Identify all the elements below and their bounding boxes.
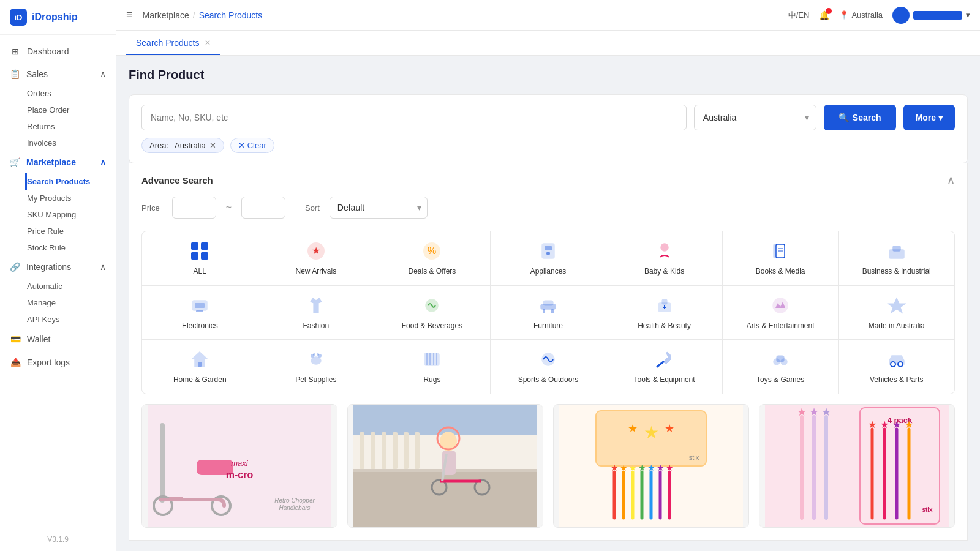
location-pin-icon: 📍 (839, 10, 849, 20)
svg-rect-1 (201, 242, 208, 250)
category-appliances[interactable]: Appliances (491, 231, 606, 285)
sidebar-item-export-logs[interactable]: 📤 Export logs (0, 351, 116, 374)
country-select[interactable]: Australia United States United Kingdom (694, 105, 816, 130)
user-menu[interactable]: ▾ (892, 7, 970, 24)
svg-marker-31 (888, 298, 905, 313)
clear-button[interactable]: ✕ Clear (230, 138, 274, 153)
sidebar-item-my-products[interactable]: My Products (0, 190, 116, 206)
category-arts-entertainment[interactable]: Arts & Entertainment (723, 286, 839, 340)
category-all[interactable]: ALL (142, 231, 258, 285)
svg-rect-51 (160, 423, 165, 503)
category-health-beauty[interactable]: Health & Beauty (606, 286, 722, 340)
svg-text:maxi: maxi (231, 459, 249, 468)
sort-select-wrapper: Default Price: Low to High Price: High t… (330, 197, 428, 219)
price-label: Price (141, 203, 160, 212)
category-toys-games[interactable]: Toys & Games (723, 340, 839, 394)
sidebar-item-stock-rule[interactable]: Stock Rule (0, 239, 116, 256)
pet-icon (305, 348, 327, 370)
search-button[interactable]: 🔍 Search (824, 105, 896, 130)
area-label: Area: (149, 141, 168, 150)
svg-text:★: ★ (657, 463, 665, 473)
svg-text:★: ★ (868, 419, 876, 430)
sidebar-item-dashboard[interactable]: ⊞ Dashboard (0, 40, 116, 63)
sidebar-item-manage[interactable]: Manage (0, 294, 116, 311)
category-made-in-australia[interactable]: Made in Australia (839, 286, 954, 340)
category-furniture[interactable]: Furniture (491, 286, 606, 340)
lang-switcher[interactable]: 中/EN (788, 10, 810, 21)
product-card-4[interactable]: ★ ★ ★ 4 pack (759, 404, 955, 528)
more-button[interactable]: More ▾ (903, 105, 955, 130)
svg-line-44 (657, 362, 663, 367)
sidebar-item-invoices[interactable]: Invoices (0, 135, 116, 151)
sidebar-item-integrations[interactable]: 🔗 Integrations ∧ (0, 256, 116, 278)
search-input[interactable] (141, 105, 687, 130)
product-card-3[interactable]: ★ ★ ★ ★ (553, 404, 749, 528)
sidebar-item-sku-mapping[interactable]: SKU Mapping (0, 206, 116, 223)
sidebar-item-wallet[interactable]: 💳 Wallet (0, 328, 116, 351)
product-card-1[interactable]: maxi m-cro Retro Chopper Handlebars (141, 404, 337, 528)
svg-text:★: ★ (665, 422, 674, 435)
category-home-garden[interactable]: Home & Garden (142, 340, 258, 394)
search-bar: Australia United States United Kingdom 🔍… (129, 94, 968, 163)
advance-toggle-icon[interactable]: ∧ (947, 173, 955, 187)
category-sports-outdoors[interactable]: Sports & Outdoors (491, 340, 606, 394)
svg-rect-27 (662, 299, 667, 304)
category-food-beverages[interactable]: Food & Beverages (374, 286, 490, 340)
price-max-input[interactable] (241, 197, 285, 219)
baby-kids-icon (654, 240, 676, 262)
category-label-fashion: Fashion (303, 321, 330, 331)
svg-text:Handlebars: Handlebars (279, 504, 310, 511)
logo-text: iDropship (32, 12, 78, 23)
export-icon: 📤 (10, 357, 21, 368)
svg-text:★: ★ (312, 246, 320, 256)
country-select-wrapper: Australia United States United Kingdom (694, 105, 816, 130)
category-business-industrial[interactable]: Business & Industrial (839, 231, 954, 285)
svg-text:★: ★ (638, 463, 646, 473)
category-label-electronics: Electronics (182, 321, 218, 331)
category-vehicles-parts[interactable]: Vehicles & Parts (839, 340, 954, 394)
category-label-furniture: Furniture (533, 321, 563, 331)
sidebar-item-returns[interactable]: Returns (0, 118, 116, 135)
category-electronics[interactable]: Electronics (142, 286, 258, 340)
category-fashion[interactable]: Fashion (258, 286, 374, 340)
category-rugs[interactable]: Rugs (374, 340, 490, 394)
sidebar-item-place-order[interactable]: Place Order (0, 102, 116, 118)
topbar: ≡ Marketplace / Search Products 中/EN 🔔 📍… (116, 0, 980, 31)
price-min-input[interactable] (172, 197, 216, 219)
business-icon (886, 240, 908, 262)
location-selector[interactable]: 📍 Australia (839, 10, 883, 20)
sidebar-nav: ⊞ Dashboard 📋 Sales ∧ Orders Place Order… (0, 35, 116, 528)
category-label-health: Health & Beauty (638, 321, 691, 331)
sidebar-item-price-rule[interactable]: Price Rule (0, 223, 116, 239)
svg-point-48 (891, 362, 895, 367)
tab-close-icon[interactable]: ✕ (205, 39, 211, 47)
category-books-media[interactable]: Books & Media (723, 231, 839, 285)
sidebar-item-api-keys[interactable]: API Keys (0, 311, 116, 328)
category-baby-kids[interactable]: Baby & Kids (606, 231, 722, 285)
sidebar-item-automatic[interactable]: Automatic (0, 278, 116, 294)
sort-select[interactable]: Default Price: Low to High Price: High t… (330, 197, 428, 219)
svg-point-36 (313, 353, 315, 356)
product-card-2[interactable] (347, 404, 543, 528)
sidebar-label-dashboard: Dashboard (27, 47, 69, 56)
svg-text:Retro Chopper: Retro Chopper (274, 497, 315, 504)
tab-search-products[interactable]: Search Products ✕ (126, 31, 221, 55)
category-deals-offers[interactable]: % Deals & Offers (374, 231, 490, 285)
product-image-3: ★ ★ ★ ★ (554, 405, 748, 527)
category-pet-supplies[interactable]: Pet Supplies (258, 340, 374, 394)
sidebar-item-orders[interactable]: Orders (0, 85, 116, 102)
area-filter-close-icon[interactable]: ✕ (209, 141, 216, 150)
sidebar-item-marketplace[interactable]: 🛒 Marketplace ∧ (0, 151, 116, 173)
arts-icon (769, 294, 791, 317)
menu-icon[interactable]: ≡ (126, 9, 133, 21)
sports-icon (537, 348, 559, 370)
svg-rect-20 (195, 303, 205, 308)
category-new-arrivals[interactable]: ★ New Arrivals (258, 231, 374, 285)
sidebar-item-sales[interactable]: 📋 Sales ∧ (0, 63, 116, 85)
notification-bell[interactable]: 🔔 (819, 10, 829, 20)
breadcrumb: Marketplace / Search Products (143, 10, 263, 20)
sidebar-item-search-products[interactable]: Search Products (25, 173, 116, 190)
product-image-4: ★ ★ ★ 4 pack (760, 405, 954, 527)
category-tools-equipment[interactable]: Tools & Equipment (606, 340, 722, 394)
page-title: Find Product (129, 68, 968, 82)
